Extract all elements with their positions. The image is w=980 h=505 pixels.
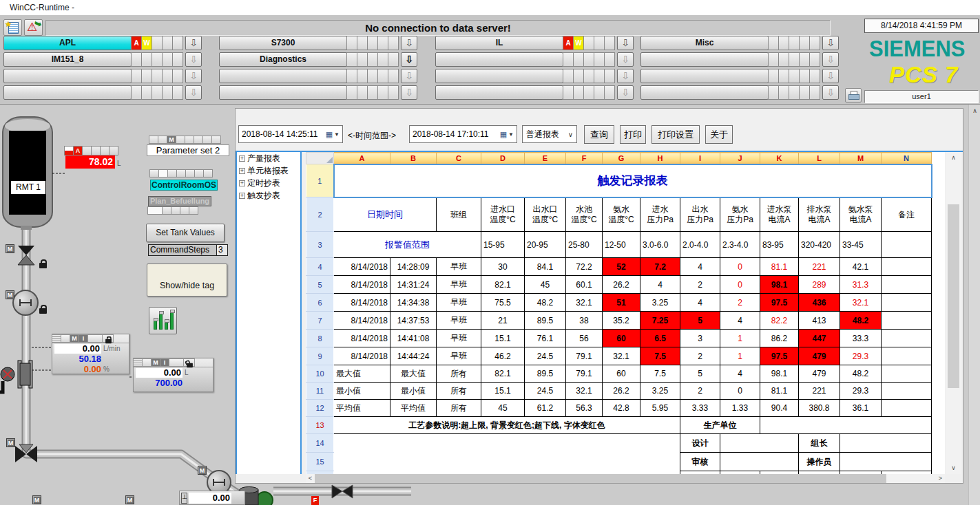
shift-cell[interactable]: 早班 (437, 294, 481, 312)
scroll-up-icon[interactable]: ∧ (969, 106, 980, 117)
production-unit-cell[interactable]: 生产单位 (680, 417, 760, 434)
column-header-G[interactable]: G (603, 153, 640, 164)
sign-value[interactable] (720, 453, 799, 471)
column-header-M[interactable]: M (840, 153, 882, 164)
faceplate-menu-icon[interactable] (52, 334, 61, 343)
tree-item-产量报表[interactable]: +产量报表 (237, 152, 300, 164)
dropdown-arrow-icon[interactable]: ▼ (508, 131, 514, 138)
row-header[interactable]: 11 (306, 383, 334, 400)
stat-value[interactable]: 3.25 (640, 383, 680, 400)
alarm-range-label[interactable]: 报警值范围 (334, 232, 481, 258)
grid-cell[interactable] (760, 417, 932, 434)
column-header-I[interactable]: I (680, 153, 720, 164)
value-cell[interactable]: 0 (720, 276, 760, 294)
stat-value[interactable]: 29.3 (840, 383, 882, 400)
value-cell[interactable]: 436 (799, 294, 840, 312)
date-cell[interactable]: 8/14/2018 (334, 347, 390, 365)
sign-label[interactable]: 组长 (799, 434, 840, 453)
time-cell[interactable]: 14:37:53 (390, 312, 437, 330)
date-cell[interactable]: 8/14/2018 (334, 312, 390, 330)
row-header[interactable]: 8 (306, 330, 334, 347)
time-cell[interactable]: 14:31:24 (390, 276, 437, 294)
header-datetime[interactable]: 日期时间 (334, 197, 437, 232)
control-room-button[interactable]: ControlRoomOS (150, 180, 218, 191)
sign-label[interactable]: 操作员 (799, 453, 840, 471)
bottom-faceplate[interactable]: ⊥ 0.00 (179, 491, 245, 505)
trend-bars-button[interactable] (149, 307, 177, 334)
stat-value[interactable]: 7.5 (640, 365, 680, 383)
value-cell[interactable]: 4 (720, 312, 760, 330)
time-from-picker[interactable]: 2018-08-14 14:25:11 ▦▼ (238, 125, 343, 143)
stat-label[interactable]: 最大值 (390, 365, 437, 383)
process-note-cell[interactable]: 工艺参数说明:超上限, 背景变红色;超下线, 字体变红色 (334, 417, 680, 434)
value-cell[interactable]: 38 (566, 312, 603, 330)
stat-label[interactable]: 最小值 (334, 383, 390, 400)
value-cell[interactable]: 42.1 (840, 258, 882, 276)
value-cell[interactable]: 76.1 (525, 330, 566, 347)
scroll-thumb[interactable] (948, 204, 959, 388)
stat-value[interactable]: 48.2 (840, 365, 882, 383)
flow-faceplate[interactable]: MI 0.00L/min 50.18 0.00% (52, 334, 129, 374)
stat-value[interactable]: 56.3 (566, 400, 603, 417)
command-steps-value[interactable]: 3 (216, 244, 228, 256)
report-type-select[interactable]: 普通报表 ∨ (522, 125, 577, 143)
value-cell[interactable]: 60 (603, 330, 640, 347)
column-header-H[interactable]: H (640, 153, 680, 164)
about-button[interactable]: 关于 (705, 125, 733, 144)
stat-value[interactable]: 36.1 (840, 400, 882, 417)
stat-value[interactable]: 479 (799, 365, 840, 383)
stat-value[interactable]: 42.8 (603, 400, 640, 417)
value-cell[interactable]: 97.5 (760, 294, 799, 312)
value-cell[interactable]: 46.2 (481, 347, 525, 365)
stat-value[interactable]: 2 (680, 383, 720, 400)
value-cell[interactable]: 3 (680, 330, 720, 347)
value-cell[interactable]: 4 (640, 276, 680, 294)
remark-cell[interactable] (882, 383, 932, 400)
value-cell[interactable]: 72.2 (566, 258, 603, 276)
row-header[interactable]: 15 (306, 453, 334, 471)
date-cell[interactable]: 8/14/2018 (334, 276, 390, 294)
value-cell[interactable]: 52 (603, 258, 640, 276)
stat-value[interactable]: 5 (680, 365, 720, 383)
tree-item-触发抄表[interactable]: +触发抄表 (237, 189, 300, 202)
shift-cell[interactable]: 早班 (437, 258, 481, 276)
stat-value[interactable]: 98.1 (760, 365, 799, 383)
value-cell[interactable]: 30 (481, 258, 525, 276)
alarm-range[interactable]: 320-420 (799, 232, 840, 258)
sign-value[interactable] (840, 453, 932, 471)
header-param[interactable]: 水池 温度°C (566, 197, 603, 232)
parameter-set-display[interactable]: Parameter set 2 (147, 144, 229, 156)
date-cell[interactable]: 8/14/2018 (334, 330, 390, 347)
value-cell[interactable]: 29.3 (840, 347, 882, 365)
date-cell[interactable]: 8/14/2018 (334, 258, 390, 276)
scroll-left-icon[interactable]: < (306, 474, 315, 483)
stat-scope[interactable]: 所有 (437, 400, 481, 417)
header-param[interactable]: 排水泵 电流A (799, 197, 840, 232)
shift-cell[interactable]: 早班 (437, 347, 481, 365)
header-param[interactable]: 氨水 压力Pa (720, 197, 760, 232)
remark-cell[interactable] (882, 400, 932, 417)
value-cell[interactable]: 479 (799, 347, 840, 365)
stat-value[interactable]: 82.1 (481, 365, 525, 383)
value-cell[interactable]: 56 (566, 330, 603, 347)
volume-faceplate[interactable]: MI 0.00L 700.00 (133, 358, 213, 392)
alarm-range[interactable]: 20-95 (525, 232, 566, 258)
expand-plus-icon[interactable]: + (239, 155, 245, 162)
stat-value[interactable]: 90.4 (760, 400, 799, 417)
print-button[interactable]: 打印 (620, 125, 646, 144)
alarm-range[interactable]: 12-50 (603, 232, 640, 258)
scroll-down-icon[interactable]: ∨ (946, 462, 961, 474)
value-cell[interactable]: 32.1 (840, 294, 882, 312)
value-cell[interactable]: 3.25 (640, 294, 680, 312)
stat-value[interactable]: 60 (603, 365, 640, 383)
sign-label[interactable]: 设计 (680, 434, 720, 453)
shift-cell[interactable]: 早班 (437, 276, 481, 294)
expand-plus-icon[interactable]: + (239, 180, 245, 186)
value-cell[interactable]: 60.1 (566, 276, 603, 294)
stat-value[interactable]: 61.2 (525, 400, 566, 417)
row-header[interactable]: 2 (306, 197, 334, 232)
column-header-E[interactable]: E (525, 153, 566, 164)
value-cell[interactable]: 81.1 (760, 258, 799, 276)
value-cell[interactable]: 48.2 (525, 294, 566, 312)
grid-cell[interactable] (334, 453, 680, 471)
